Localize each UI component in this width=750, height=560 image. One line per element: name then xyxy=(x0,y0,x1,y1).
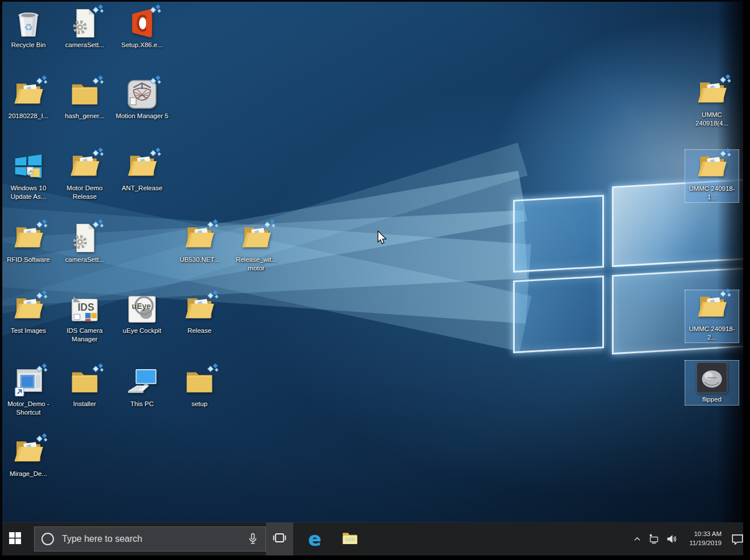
desktop-icon-this-pc[interactable]: This PC xyxy=(115,365,169,410)
sync-badge-icon xyxy=(264,219,277,230)
taskbar: Type here to search e xyxy=(0,523,750,555)
desktop-icon-installer[interactable]: Installer xyxy=(57,365,112,410)
desktop-icon-release[interactable]: Release xyxy=(172,291,227,337)
edge-browser-button[interactable]: e xyxy=(301,523,328,555)
office-icon xyxy=(126,7,158,39)
sync-badge-icon xyxy=(720,74,732,85)
desktop-icon-label: This PC xyxy=(131,400,154,408)
desktop-icon-ueye-cockpit[interactable]: uEyeuEye Cockpit xyxy=(115,291,169,337)
desktop-icon-setup[interactable]: setup xyxy=(172,365,227,410)
pc-icon xyxy=(126,366,158,398)
sync-badge-icon xyxy=(720,148,732,159)
desktop-icon-layer: ♻Recycle BincameraSett...Setup.X86.e...2… xyxy=(0,0,750,560)
sync-badge-icon xyxy=(93,75,105,86)
svg-text:uEye: uEye xyxy=(132,302,151,311)
microphone-icon[interactable] xyxy=(247,533,259,545)
search-placeholder: Type here to search xyxy=(62,534,247,544)
sync-badge-icon xyxy=(36,290,49,301)
motion-icon xyxy=(126,78,158,110)
sync-badge-icon xyxy=(36,75,49,86)
desktop-icon-label: Motion Manager 5 xyxy=(116,112,169,120)
cortana-icon xyxy=(41,533,54,545)
desktop-icon-ids-camera-manager[interactable]: IDSIDS Camera Manager xyxy=(57,291,112,345)
windows-update-icon xyxy=(13,151,44,182)
desktop-icon-motion-manager-5[interactable]: Motion Manager 5 xyxy=(115,77,169,122)
file-gear-icon xyxy=(69,7,101,39)
folder-open-icon xyxy=(184,293,215,325)
sync-badge-icon xyxy=(207,219,220,230)
desktop-icon-ant-release[interactable]: ANT_Release xyxy=(115,149,169,194)
folder-open-icon xyxy=(240,222,272,254)
desktop-icon-setup-x86-e[interactable]: Setup.X86.e... xyxy=(115,6,169,51)
taskbar-clock[interactable]: 10:33 AM 11/19/2019 xyxy=(680,530,725,548)
task-view-button[interactable] xyxy=(266,523,293,555)
windows-10-desktop-screen: ♻Recycle BincameraSett...Setup.X86.e...2… xyxy=(0,0,750,560)
folder-open-icon xyxy=(13,293,44,325)
desktop-icon-windows-10-update-as[interactable]: Windows 10 Update As... xyxy=(1,149,56,202)
search-input[interactable]: Type here to search xyxy=(34,526,266,551)
network-icon[interactable] xyxy=(645,523,663,555)
sync-badge-icon xyxy=(150,75,163,86)
folder-open-icon xyxy=(696,151,728,183)
system-tray: 10:33 AM 11/19/2019 xyxy=(628,523,750,555)
desktop-icon-test-images[interactable]: Test Images xyxy=(1,291,56,337)
sync-badge-icon xyxy=(150,4,163,15)
folder-icon xyxy=(69,366,101,398)
desktop-icon-label: UB530.NET... xyxy=(180,256,219,264)
desktop-icon-label: ANT_Release xyxy=(122,184,163,193)
svg-text:IDS: IDS xyxy=(78,302,94,314)
file-gear-icon xyxy=(69,222,101,254)
desktop-icon-label: Release_wit... motor xyxy=(230,256,283,272)
sync-badge-icon xyxy=(93,4,105,15)
sync-badge-icon xyxy=(720,288,732,299)
desktop-icon-flipped[interactable]: flipped xyxy=(685,360,739,406)
desktop-icon-camerasett[interactable]: cameraSett... xyxy=(57,6,112,51)
desktop-icon-ub530-net[interactable]: UB530.NET... xyxy=(172,220,227,266)
desktop-icon-label: hash_gener... xyxy=(65,112,105,120)
desktop-icon-20180228-i[interactable]: 20180228_I... xyxy=(1,77,56,122)
tray-chevron-button[interactable] xyxy=(628,523,645,555)
image-thumb-icon xyxy=(696,362,728,394)
desktop-icon-label: Test Images xyxy=(11,327,46,335)
desktop-icon-mirage-de[interactable]: Mirage_De... xyxy=(1,434,56,480)
desktop-icon-ummc-240918-2[interactable]: UMMC 240918-2... xyxy=(685,290,739,343)
sync-badge-icon xyxy=(207,363,220,374)
volume-icon[interactable] xyxy=(663,523,680,555)
sync-badge-icon xyxy=(36,219,49,230)
desktop-icon-label: RFID Software xyxy=(7,256,49,264)
file-explorer-button[interactable] xyxy=(336,523,364,555)
svg-text:♻: ♻ xyxy=(24,22,33,33)
desktop-icon-label: Windows 10 Update As... xyxy=(2,184,55,200)
sync-badge-icon xyxy=(207,290,220,301)
mouse-cursor xyxy=(376,231,388,248)
desktop-icon-label: Recycle Bin xyxy=(11,41,46,49)
desktop-icon-motor-demo-shortcut[interactable]: Motor_Demo - Shortcut xyxy=(1,365,56,418)
desktop-icon-label: 20180228_I... xyxy=(9,112,48,120)
sync-badge-icon xyxy=(36,363,49,374)
desktop-icon-release-wit-motor[interactable]: Release_wit... motor xyxy=(229,220,284,274)
folder-icon xyxy=(69,78,101,110)
file-explorer-icon xyxy=(342,531,358,547)
desktop-icon-label: Setup.X86.e... xyxy=(122,41,163,49)
desktop-icon-ummc-240918-4[interactable]: UMMC 240918(4... xyxy=(685,76,739,129)
desktop-icon-label: IDS Camera Manager xyxy=(58,327,111,343)
folder-open-icon xyxy=(13,78,44,110)
desktop-icon-hash-gener[interactable]: hash_gener... xyxy=(57,77,112,122)
desktop-icon-motor-demo-release[interactable]: Motor Demo Release xyxy=(57,149,112,202)
desktop-icon-label: Release xyxy=(188,327,211,335)
desktop-icon-label: UMMC 240918(4... xyxy=(685,111,739,127)
desktop-icon-label: Mirage_De... xyxy=(10,470,47,478)
desktop-icon-label: UMMC 240918-1... xyxy=(685,185,739,201)
clock-time: 10:33 AM xyxy=(683,530,722,539)
desktop-icon-recycle-bin[interactable]: ♻Recycle Bin xyxy=(1,6,56,51)
start-button[interactable] xyxy=(0,523,30,555)
sync-badge-icon xyxy=(93,219,105,230)
desktop-icon-ummc-240918-1[interactable]: UMMC 240918-1... xyxy=(685,149,739,203)
desktop-icon-rfid-software[interactable]: RFID Software xyxy=(1,220,56,266)
folder-open-icon xyxy=(696,291,728,323)
folder-open-icon xyxy=(13,436,44,468)
windows-logo-icon xyxy=(9,532,21,546)
desktop-icon-label: cameraSett... xyxy=(65,256,104,264)
recycle-icon: ♻ xyxy=(13,7,44,39)
desktop-icon-camerasett[interactable]: cameraSett... xyxy=(57,220,112,266)
